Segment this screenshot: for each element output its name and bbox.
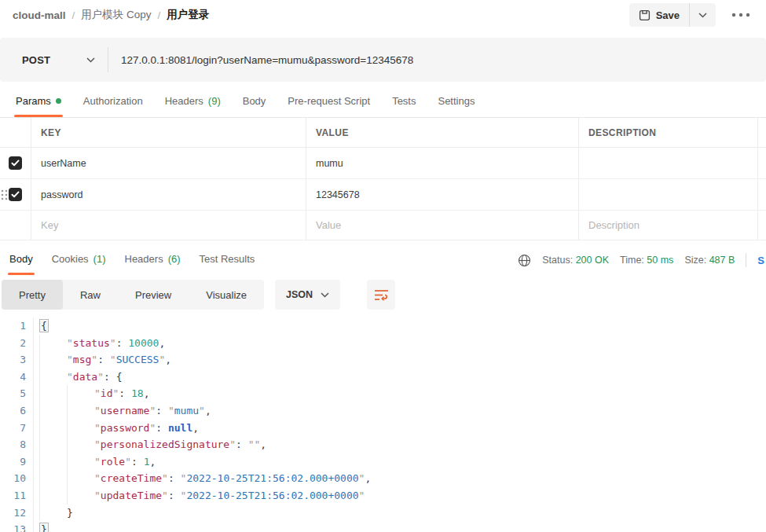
table-header-row: KEYVALUEDESCRIPTION [0, 118, 766, 148]
quote: " [67, 371, 73, 383]
edge-cell [758, 211, 766, 240]
response-body-editor[interactable]: 1{2"status": 10000,3"msg": "SUCCESS",4"d… [0, 317, 766, 532]
response-tab-test-results[interactable]: Test Results [190, 245, 265, 275]
code-content: } [34, 521, 49, 532]
column-header-key: KEY [31, 118, 306, 147]
param-value-placeholder[interactable]: Value [306, 211, 579, 240]
edge-cell [758, 118, 766, 147]
response-tab-headers[interactable]: Headers(6) [115, 245, 190, 275]
line-number: 7 [0, 420, 34, 437]
url-input[interactable]: 127.0.0.1:8081/login?userName=mumu&passw… [108, 54, 766, 66]
tab-label: Headers [125, 253, 163, 265]
json-key: updateTime [101, 490, 162, 501]
tab-params[interactable]: Params [6, 87, 71, 117]
beautify-button[interactable] [367, 280, 395, 310]
param-description-placeholder[interactable]: Description [579, 211, 758, 240]
time-badge[interactable]: Time: 50 ms [620, 255, 673, 266]
tab-pre-request-script[interactable]: Pre-request Script [278, 87, 379, 117]
param-key-cell[interactable]: password [31, 179, 306, 210]
json-punct: , [205, 405, 211, 416]
line-number: 8 [0, 436, 34, 453]
view-raw[interactable]: Raw [63, 280, 118, 310]
indent-guide [39, 369, 67, 386]
param-description-cell[interactable] [579, 179, 758, 210]
postman-window: cloud-mall / 用户模块 Copy / 用户登录 Save [0, 0, 766, 532]
quote: " [229, 438, 236, 450]
edge-cell [758, 148, 766, 178]
breadcrumb-folder[interactable]: 用户模块 Copy [81, 8, 151, 22]
save-options-caret[interactable] [690, 3, 716, 27]
more-options-icon[interactable] [728, 13, 753, 17]
size-label: Size: [684, 255, 706, 266]
quote: " [359, 490, 365, 501]
tab-headers[interactable]: Headers(9) [156, 87, 230, 117]
param-value-cell[interactable]: mumu [306, 148, 579, 178]
json-number: 10000 [128, 337, 159, 349]
json-number: 18 [131, 387, 144, 399]
json-punct: { [116, 371, 123, 383]
size-badge[interactable]: Size: 487 B [684, 255, 735, 266]
format-select[interactable]: JSON [275, 280, 340, 310]
code-line: 3"msg": "SUCCESS", [0, 351, 766, 369]
json-punct: , [192, 422, 199, 434]
line-number: 12 [0, 504, 34, 522]
json-key: role [101, 456, 125, 468]
unsaved-changes-dot-icon [56, 98, 61, 104]
response-tab-cookies[interactable]: Cookies(1) [42, 245, 115, 275]
tab-tests[interactable]: Tests [383, 87, 425, 117]
code-line: 1{ [0, 317, 766, 335]
row-checkbox[interactable] [9, 188, 22, 201]
json-punct: , [149, 456, 156, 468]
tab-settings[interactable]: Settings [428, 87, 484, 117]
save-response-link[interactable]: S [757, 255, 766, 266]
tab-label: Cookies [52, 253, 89, 265]
json-punct: : [168, 472, 181, 484]
quote: " [168, 405, 174, 416]
tab-authorization[interactable]: Authorization [74, 87, 152, 117]
network-globe-icon[interactable] [518, 254, 531, 267]
drag-handle-icon[interactable] [1, 189, 8, 200]
view-preview[interactable]: Preview [118, 280, 189, 310]
json-punct: , [365, 472, 371, 484]
indent-guide [39, 487, 67, 504]
save-icon [639, 9, 651, 21]
param-description-cell[interactable] [579, 148, 758, 178]
breadcrumb-request-name[interactable]: 用户登录 [167, 8, 209, 22]
view-visualize[interactable]: Visualize [189, 280, 264, 310]
method-selector[interactable]: POST [0, 47, 108, 72]
param-key-placeholder[interactable]: Key [31, 211, 306, 240]
matching-bracket: { [39, 319, 49, 332]
param-value-cell[interactable]: 12345678 [306, 179, 579, 210]
line-number: 2 [0, 335, 34, 352]
breadcrumb-collection[interactable]: cloud-mall [13, 9, 66, 21]
quote: " [94, 456, 101, 468]
json-punct: , [165, 354, 171, 365]
column-header-value: VALUE [306, 118, 579, 147]
code-content: { [34, 317, 49, 335]
save-button[interactable]: Save [629, 3, 690, 27]
json-punct: : [97, 354, 110, 365]
tab-label: Pre-request Script [288, 95, 370, 107]
breadcrumb: cloud-mall / 用户模块 Copy / 用户登录 [13, 8, 209, 22]
indent-guide [67, 402, 94, 420]
divider [746, 253, 746, 267]
code-content: } [34, 504, 73, 522]
json-null: null [168, 422, 192, 434]
tab-body[interactable]: Body [233, 87, 276, 117]
status-badge[interactable]: Status: 200 OK [542, 255, 609, 266]
save-button-group: Save [629, 3, 716, 27]
tab-label: Settings [438, 95, 475, 107]
json-key: msg [73, 354, 91, 365]
tab-label: Authorization [83, 95, 143, 107]
view-pretty[interactable]: Pretty [2, 280, 63, 310]
response-tab-body[interactable]: Body [0, 245, 42, 275]
quote: " [162, 472, 168, 484]
param-key-cell[interactable]: userName [31, 148, 306, 178]
json-punct: : [131, 456, 144, 468]
code-content: "id": 18, [34, 385, 149, 402]
indent-guide [39, 436, 67, 453]
indent-guide [39, 453, 67, 471]
response-header: BodyCookies(1)Headers(6)Test Results Sta… [0, 240, 766, 275]
row-checkbox[interactable] [9, 156, 22, 170]
indent-guide [67, 420, 94, 437]
